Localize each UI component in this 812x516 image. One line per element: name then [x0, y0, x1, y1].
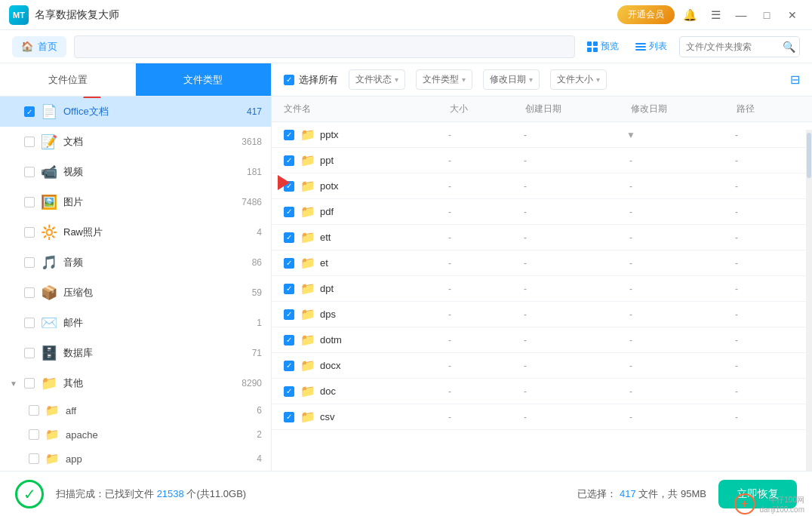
sidebar-count-apache: 2 — [257, 429, 262, 440]
table-row[interactable]: ✓ 📁 potx - - - - — [272, 174, 812, 199]
office-checkbox[interactable]: ✓ — [24, 106, 35, 117]
table-row[interactable]: ✓ 📁 pptx - - - - — [272, 122, 812, 148]
video-checkbox[interactable] — [24, 167, 35, 177]
sidebar-sub-item-aff[interactable]: 📁 aff 6 — [0, 398, 271, 422]
row-checkbox[interactable]: ✓ — [284, 361, 294, 371]
vip-button[interactable]: 开通会员 — [617, 5, 675, 24]
apache-checkbox[interactable] — [29, 429, 39, 440]
sidebar-item-db[interactable]: 🗄️ 数据库 71 — [0, 338, 271, 368]
home-nav-item[interactable]: 🏠 首页 — [12, 36, 66, 57]
filter-type[interactable]: 文件类型 ▾ — [416, 69, 472, 90]
row-folder-icon: 📁 — [300, 307, 315, 321]
table-row[interactable]: ✓ 📁 docx - - - - — [272, 353, 812, 379]
scan-status-icon: ✓ — [15, 480, 44, 508]
sidebar-item-audio[interactable]: 🎵 音频 86 — [0, 247, 271, 278]
grid-icon — [587, 41, 598, 52]
minimize-button[interactable]: — — [730, 5, 752, 26]
home-icon: 🏠 — [21, 41, 33, 52]
tab-file-location[interactable]: 文件位置 — [0, 63, 136, 96]
sidebar-item-email[interactable]: ✉️ 邮件 1 — [0, 308, 271, 338]
audio-checkbox[interactable] — [24, 257, 35, 268]
table-row[interactable]: ✓ 📁 pdf - - - - — [272, 199, 812, 225]
row-size: - — [448, 361, 524, 371]
add-circle-btn[interactable]: + — [734, 493, 755, 514]
arrow-annotation — [83, 97, 101, 100]
doc-checkbox[interactable] — [24, 137, 35, 147]
email-checkbox[interactable] — [24, 318, 35, 328]
row-checkbox[interactable]: ✓ — [284, 335, 294, 346]
row-checkbox[interactable]: ✓ — [284, 284, 294, 294]
app-checkbox[interactable] — [29, 453, 39, 464]
maximize-button[interactable]: □ — [756, 5, 777, 26]
row-checkbox[interactable]: ✓ — [284, 232, 294, 243]
db-checkbox[interactable] — [24, 348, 35, 358]
row-created: - — [524, 155, 629, 166]
filter-date[interactable]: 修改日期 ▾ — [483, 69, 540, 90]
preview-toggle[interactable]: 预览 — [583, 37, 623, 56]
row-modified: - — [629, 155, 735, 166]
sidebar-item-doc[interactable]: 📝 文档 3618 — [0, 127, 271, 157]
sidebar-count-archive: 59 — [252, 287, 262, 298]
sidebar-count-image: 7486 — [241, 197, 262, 207]
filter-type-label: 文件类型 — [423, 73, 459, 86]
filter-status[interactable]: 文件状态 ▾ — [349, 69, 405, 90]
notification-icon[interactable]: 🔔 — [679, 5, 700, 26]
advanced-filter-icon[interactable]: ⊟ — [790, 72, 800, 87]
row-checkbox[interactable]: ✓ — [284, 155, 294, 166]
scrollbar-thumb[interactable] — [807, 133, 811, 178]
sidebar-sub-item-app[interactable]: 📁 app 4 — [0, 447, 271, 471]
table-row[interactable]: ✓ 📁 ett - - - - — [272, 225, 812, 250]
table-row[interactable]: ✓ 📁 doc - - - - — [272, 379, 812, 404]
row-checkbox[interactable]: ✓ — [284, 412, 294, 422]
row-checkbox[interactable]: ✓ — [284, 386, 294, 397]
scrollbar-track[interactable] — [806, 130, 812, 471]
search-input[interactable] — [680, 41, 778, 52]
search-button[interactable]: 🔍 — [778, 36, 799, 57]
close-button[interactable]: ✕ — [782, 5, 803, 26]
list-toggle[interactable]: 列表 — [631, 37, 672, 56]
sidebar-item-office[interactable]: ✓ 📄 Office文档 417 — [0, 97, 271, 127]
doc-folder-icon: 📝 — [41, 134, 57, 150]
row-created: - — [524, 335, 629, 346]
row-checkbox[interactable]: ✓ — [284, 309, 294, 320]
table-row[interactable]: ✓ 📁 et - - - - — [272, 250, 812, 276]
sidebar-item-raw[interactable]: 🔆 Raw照片 4 — [0, 217, 271, 247]
sidebar-item-image[interactable]: 🖼️ 图片 7486 — [0, 187, 271, 217]
other-checkbox[interactable] — [24, 378, 35, 389]
chevron-down-icon2: ▾ — [462, 75, 466, 84]
aff-folder-icon: 📁 — [45, 404, 60, 417]
sidebar-item-video[interactable]: 📹 视频 181 — [0, 157, 271, 187]
archive-folder-icon: 📦 — [41, 284, 57, 301]
row-size: - — [448, 412, 524, 422]
select-all-checkbox[interactable]: ✓ — [284, 75, 294, 85]
filter-size[interactable]: 文件大小 ▾ — [550, 69, 607, 90]
image-checkbox[interactable] — [24, 197, 35, 207]
sidebar-item-archive[interactable]: 📦 压缩包 59 — [0, 278, 271, 308]
table-row[interactable]: ✓ 📁 dps - - - - — [272, 302, 812, 327]
row-folder-icon: 📁 — [300, 230, 315, 244]
chevron-down-icon3: ▾ — [529, 75, 533, 84]
row-checkbox[interactable]: ✓ — [284, 258, 294, 269]
sidebar-sub-item-apache[interactable]: 📁 apache 2 — [0, 422, 271, 447]
row-checkbox[interactable]: ✓ — [284, 130, 294, 140]
sidebar-label-app: app — [66, 453, 251, 465]
audio-folder-icon: 🎵 — [41, 254, 57, 271]
row-folder-icon: 📁 — [300, 384, 315, 398]
row-checkbox[interactable]: ✓ — [284, 207, 294, 217]
row-name: dpt — [320, 283, 448, 294]
sidebar-count-office: 417 — [247, 106, 262, 117]
table-row[interactable]: ✓ 📁 dpt - - - - — [272, 276, 812, 302]
tab-file-type[interactable]: 文件类型 — [136, 63, 272, 96]
table-row[interactable]: ✓ 📁 csv - - - - — [272, 404, 812, 430]
table-row[interactable]: ✓ 📁 ppt - - - - — [272, 148, 812, 174]
row-folder-icon: 📁 — [300, 281, 315, 296]
status-count-unit: 个(共11.0GB) — [186, 488, 246, 499]
archive-checkbox[interactable] — [24, 287, 35, 298]
raw-checkbox[interactable] — [24, 227, 35, 238]
sidebar-label-image: 图片 — [63, 195, 235, 209]
aff-checkbox[interactable] — [29, 405, 39, 416]
menu-icon[interactable]: ☰ — [705, 5, 726, 26]
table-row[interactable]: ✓ 📁 dotm - - - - — [272, 327, 812, 353]
sidebar-item-other[interactable]: ▼ 📁 其他 8290 — [0, 368, 271, 398]
other-expand-icon[interactable]: ▼ — [9, 379, 18, 388]
